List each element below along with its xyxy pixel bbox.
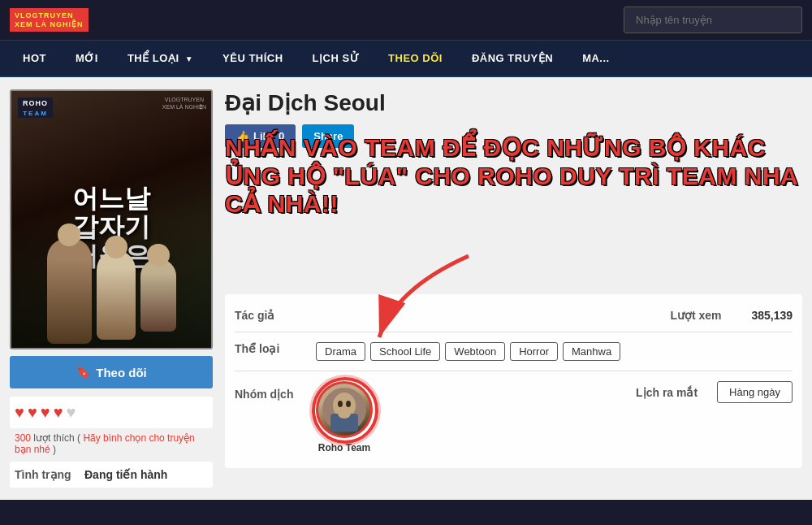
genre-drama[interactable]: Drama — [316, 342, 365, 361]
nav-moi[interactable]: MỚI — [61, 41, 113, 76]
thumbs-up-icon: 👍 — [236, 130, 249, 142]
like-button[interactable]: 👍 Like 0 — [225, 124, 296, 148]
main-nav: HOT MỚI THỂ LOẠI ▼ YÊU THÍCH LỊCH SỬ THE… — [0, 41, 812, 77]
genre-row: Thể loại Drama School Life Webtoon Horro… — [225, 336, 802, 367]
cover-characters — [11, 218, 211, 348]
avatar-circle-highlight — [312, 377, 378, 444]
char-1 — [47, 238, 92, 344]
header: VLOGTRUYEN XEM LÀ NGHIỆN — [0, 0, 812, 41]
genre-school[interactable]: School Life — [370, 342, 440, 361]
views-label: Lượt xem — [670, 309, 735, 322]
views-area: Lượt xem 385,139 — [670, 309, 793, 322]
status-label: Tình trạng — [15, 468, 80, 481]
chevron-down-icon: ▼ — [185, 54, 193, 63]
nav-theo-doi[interactable]: THEO DÕI — [374, 41, 457, 76]
team-badge: ROHO TEAM — [18, 98, 53, 118]
search-input[interactable] — [624, 7, 802, 33]
share-button[interactable]: Share — [302, 124, 354, 148]
heart-3[interactable]: ♥ — [41, 403, 50, 422]
translator-name: Roho Team — [318, 442, 370, 453]
status-value: Đang tiến hành — [84, 468, 167, 481]
char-3 — [140, 258, 176, 332]
release-label: Lịch ra mắt — [636, 386, 701, 399]
author-views-row: Tác giả Lượt xem 385,139 — [225, 302, 802, 328]
heart-2[interactable]: ♥ — [28, 403, 37, 422]
cover-overlay: ROHO TEAM VLOGTRUYEN XEM LÀ NGHIỆN 어느날갑자… — [11, 91, 211, 348]
cover-watermark: VLOGTRUYEN XEM LÀ NGHIỆN — [162, 96, 206, 111]
left-column: ROHO TEAM VLOGTRUYEN XEM LÀ NGHIỆN 어느날갑자… — [10, 89, 213, 488]
site-logo[interactable]: VLOGTRUYEN XEM LÀ NGHIỆN — [10, 8, 89, 33]
genre-tags: Drama School Life Webtoon Horror Manhwa — [316, 342, 620, 361]
manga-cover: ROHO TEAM VLOGTRUYEN XEM LÀ NGHIỆN 어느날갑자… — [10, 89, 213, 349]
translator-area: Nhóm dịch — [235, 381, 373, 453]
genre-horror[interactable]: Horror — [510, 342, 558, 361]
translator-release-row: Nhóm dịch — [225, 375, 802, 460]
nav-more[interactable]: MA... — [568, 41, 624, 76]
status-row: Tình trạng Đang tiến hành — [10, 462, 213, 488]
char-2 — [97, 250, 136, 340]
logo-line2: XEM LÀ NGHIỆN — [15, 20, 84, 29]
manga-detail: ROHO TEAM VLOGTRUYEN XEM LÀ NGHIỆN 어느날갑자… — [10, 89, 802, 488]
main-content: ROHO TEAM VLOGTRUYEN XEM LÀ NGHIỆN 어느날갑자… — [0, 77, 812, 500]
divider-1 — [235, 332, 793, 332]
follow-button[interactable]: 🔖 Theo dõi — [10, 356, 213, 388]
nav-dang-truyen[interactable]: ĐĂNG TRUYỆN — [457, 41, 568, 76]
views-value: 385,139 — [751, 309, 793, 322]
heart-1[interactable]: ♥ — [15, 403, 24, 422]
release-area: Lịch ra mắt Hàng ngày — [636, 381, 793, 403]
nav-yeu-thich[interactable]: YÊU THÍCH — [208, 41, 298, 76]
author-label: Tác giả — [235, 309, 300, 322]
heart-5[interactable]: ♥ — [67, 403, 76, 422]
rating-hint-link[interactable]: Hãy bình chọn cho truyện bạn nhé — [15, 432, 195, 455]
manga-title: Đại Dịch Seoul — [225, 89, 802, 116]
right-column: Đại Dịch Seoul 👍 Like 0 Share NHẤN VÀO T… — [225, 89, 802, 468]
genre-label: Thể loại — [235, 342, 300, 355]
nav-hot[interactable]: HOT — [8, 41, 61, 76]
heart-4[interactable]: ♥ — [54, 403, 63, 422]
action-row: 👍 Like 0 Share — [225, 124, 802, 148]
rating-row: ♥ ♥ ♥ ♥ ♥ — [10, 397, 213, 428]
translator-avatar-wrap[interactable]: Roho Team — [316, 381, 373, 453]
genre-webtoon[interactable]: Webtoon — [445, 342, 505, 361]
release-value-btn[interactable]: Hàng ngày — [717, 381, 793, 403]
genre-manhwa[interactable]: Manhwa — [563, 342, 620, 361]
nav-lich-su[interactable]: LỊCH SỬ — [298, 41, 374, 76]
info-table: Tác giả Lượt xem 385,139 Thể loại Drama … — [225, 294, 802, 468]
badge-team: TEAM — [18, 109, 53, 118]
author-area: Tác giả — [235, 309, 316, 322]
logo-area[interactable]: VLOGTRUYEN XEM LÀ NGHIỆN — [10, 8, 89, 33]
rating-text: 300 lượt thích ( Hãy bình chọn cho truyệ… — [10, 432, 213, 455]
bookmark-icon: 🔖 — [76, 365, 91, 380]
translator-label: Nhóm dịch — [235, 381, 300, 401]
logo-line1: VLOGTRUYEN — [15, 11, 84, 20]
nav-the-loai[interactable]: THỂ LOẠI ▼ — [113, 41, 208, 76]
divider-2 — [235, 371, 793, 371]
badge-roho: ROHO — [18, 98, 53, 109]
